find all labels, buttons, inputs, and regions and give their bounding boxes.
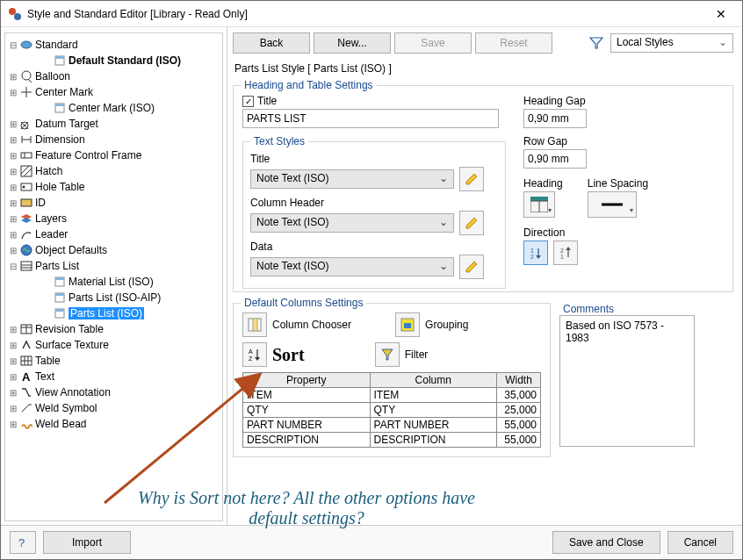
sort-button[interactable]: AZ (242, 342, 267, 367)
twisty-icon[interactable]: ⊞ (7, 230, 19, 240)
twisty-icon[interactable]: ⊞ (7, 325, 19, 334)
heading-gap-input[interactable] (523, 109, 587, 128)
row-gap-input[interactable] (523, 149, 587, 169)
comments-textarea[interactable]: Based on ISO 7573 - 1983 (559, 315, 695, 447)
save-and-close-button[interactable]: Save and Close (552, 531, 660, 554)
twisty-icon[interactable]: ⊞ (7, 404, 19, 413)
svg-marker-49 (466, 218, 477, 228)
table-row[interactable]: PART NUMBERPART NUMBER55,000 (243, 418, 541, 433)
table-row[interactable]: DESCRIPTIONDESCRIPTION55,000 (243, 433, 541, 448)
edit-title-style-button[interactable] (459, 167, 484, 191)
tree-item[interactable]: ⊞Layers (7, 211, 220, 226)
centermark-icon (19, 85, 33, 99)
default-columns-table[interactable]: Property Column Width ITEMITEM35,000QTYQ… (242, 372, 541, 448)
twisty-icon[interactable]: ⊞ (7, 88, 19, 97)
tree-item[interactable]: ⊞Balloon (7, 68, 220, 84)
twisty-icon[interactable]: ⊞ (7, 372, 19, 382)
tree-item[interactable]: ⊞Dimension (7, 132, 220, 147)
twisty-icon[interactable]: ⊞ (7, 388, 19, 398)
tree-item[interactable]: Parts List (ISO-AIP) (7, 290, 220, 305)
twisty-icon[interactable]: ⊞ (7, 135, 19, 145)
twisty-icon[interactable]: ⊞ (7, 119, 19, 129)
twisty-icon[interactable]: ⊞ (7, 198, 19, 208)
cancel-button[interactable]: Cancel (667, 531, 733, 554)
twisty-icon[interactable]: ⊞ (7, 341, 19, 350)
title-checkbox[interactable]: ✓Title (242, 95, 506, 107)
tree-item[interactable]: ⊟Standard (7, 37, 220, 53)
reset-button[interactable]: Reset (475, 32, 552, 54)
tree-item[interactable]: ⊞View Annotation (7, 384, 220, 400)
svg-text:1: 1 (530, 248, 534, 254)
styles-scope-dropdown[interactable]: Local Styles (610, 33, 733, 53)
table-icon (19, 354, 33, 368)
partslist-icon (19, 259, 33, 273)
tree-item[interactable]: ⊞Center Mark (7, 84, 220, 100)
svg-rect-19 (21, 166, 32, 176)
save-button[interactable]: Save (394, 32, 472, 54)
tree-label: Default Standard (ISO) (69, 54, 181, 67)
svg-text:2: 2 (560, 248, 564, 254)
svg-rect-34 (55, 293, 64, 296)
twisty-icon[interactable]: ⊞ (7, 72, 19, 82)
back-button[interactable]: Back (233, 32, 310, 54)
tree-item[interactable]: ⊞Leader (7, 226, 220, 242)
twisty-icon[interactable]: ⊞ (7, 151, 19, 161)
new-button[interactable]: New... (314, 32, 391, 54)
grouping-button[interactable] (395, 312, 420, 337)
tree-item[interactable]: ⊞Hole Table (7, 179, 220, 195)
tree-item[interactable]: Material List (ISO) (7, 274, 220, 290)
tree-item[interactable]: ⊞Weld Symbol (7, 400, 220, 416)
tree-item[interactable]: ⊟Parts List (7, 258, 220, 274)
direction-down-button[interactable]: 12 (523, 241, 548, 265)
filter-funnel-icon[interactable] (586, 32, 607, 54)
tree-item[interactable]: ⊞Weld Bead (7, 416, 220, 432)
tree-item[interactable]: ⊞Object Defaults (7, 242, 220, 258)
tree-item[interactable]: ⊞ID (7, 195, 220, 211)
twisty-icon[interactable]: ⊟ (7, 40, 19, 50)
help-button[interactable]: ? (10, 531, 36, 554)
titlebar: Style and Standard Editor [Library - Rea… (1, 1, 742, 27)
tree-label: ID (35, 197, 46, 209)
tree-item[interactable]: ⊞Datum Target (7, 116, 220, 132)
twisty-icon[interactable]: ⊞ (7, 214, 19, 224)
tree-item[interactable]: ⊞Feature Control Frame (7, 147, 220, 163)
tree-label: Weld Bead (35, 418, 86, 430)
direction-up-button[interactable]: 21 (553, 241, 578, 265)
tree-item[interactable]: ⊞AText (7, 369, 220, 384)
heading-position-button[interactable]: ▾ (523, 191, 555, 218)
ts-title-dropdown[interactable]: Note Text (ISO) (250, 169, 454, 189)
twisty-icon[interactable]: ⊟ (7, 262, 19, 271)
filter-button[interactable] (375, 342, 400, 367)
tree-item[interactable]: ⊞Table (7, 353, 220, 369)
twisty-icon[interactable]: ⊞ (7, 356, 19, 366)
tree-label: Center Mark (ISO) (69, 102, 155, 114)
hatch-icon (19, 164, 33, 178)
table-row[interactable]: QTYQTY25,000 (243, 403, 541, 418)
edit-colhead-style-button[interactable] (459, 211, 484, 235)
tree-item[interactable]: Parts List (ISO) (7, 305, 220, 321)
svg-rect-24 (21, 199, 32, 206)
linespacing-button[interactable]: ▾ (588, 191, 637, 218)
tree-item[interactable]: ⊞Revision Table (7, 321, 220, 337)
ts-colhead-dropdown[interactable]: Note Text (ISO) (250, 213, 454, 233)
tree-item[interactable]: Center Mark (ISO) (7, 100, 220, 116)
tree-item[interactable]: ⊞Surface Texture (7, 337, 220, 353)
svg-marker-58 (536, 255, 541, 259)
tree-item[interactable]: Default Standard (ISO) (7, 53, 220, 68)
tree-item[interactable]: ⊞Hatch (7, 163, 220, 179)
twisty-icon[interactable]: ⊞ (7, 183, 19, 192)
twisty-icon[interactable]: ⊞ (7, 167, 19, 176)
twisty-icon[interactable]: ⊞ (7, 246, 19, 255)
close-button[interactable]: ✕ (707, 7, 735, 21)
import-button[interactable]: Import (43, 531, 131, 554)
title-input[interactable] (242, 109, 499, 128)
table-row[interactable]: ITEMITEM35,000 (243, 388, 541, 403)
column-chooser-button[interactable] (242, 312, 267, 337)
app-icon (8, 7, 22, 21)
ts-data-dropdown[interactable]: Note Text (ISO) (250, 257, 454, 276)
svg-point-5 (22, 71, 31, 80)
svg-text:1: 1 (560, 254, 564, 260)
edit-data-style-button[interactable] (459, 255, 484, 279)
style-tree[interactable]: ⊟StandardDefault Standard (ISO)⊞Balloon⊞… (4, 32, 223, 521)
twisty-icon[interactable]: ⊞ (7, 420, 19, 429)
